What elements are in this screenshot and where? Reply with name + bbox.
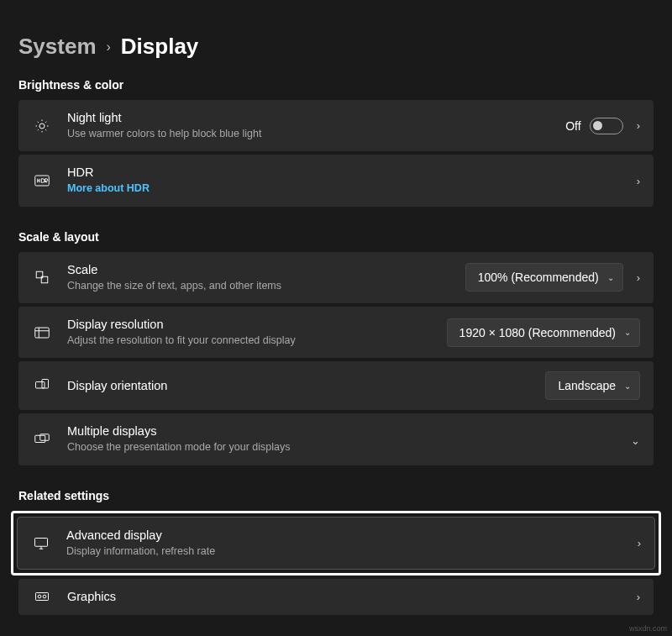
orientation-icon — [32, 378, 52, 393]
row-title: Scale — [67, 262, 465, 278]
chevron-right-icon: › — [637, 591, 640, 602]
svg-point-0 — [39, 124, 45, 129]
row-title: Multiple displays — [67, 423, 631, 439]
svg-point-11 — [38, 596, 41, 599]
advanced-display-highlight: Advanced display Display information, re… — [11, 511, 661, 576]
graphics-icon — [32, 591, 52, 602]
hdr-row[interactable]: HDR More about HDR › — [18, 155, 654, 206]
row-subtitle: Adjust the resolution to fit your connec… — [67, 334, 447, 349]
resolution-row[interactable]: Display resolution Adjust the resolution… — [18, 307, 654, 358]
row-title: Display orientation — [67, 378, 545, 394]
chevron-right-icon: › — [638, 538, 641, 549]
hdr-more-link[interactable]: More about HDR — [67, 181, 637, 197]
chevron-down-icon: ⌄ — [607, 273, 614, 282]
breadcrumb-parent[interactable]: System — [18, 34, 97, 60]
section-heading: Related settings — [18, 489, 654, 502]
svg-rect-5 — [36, 382, 45, 389]
dropdown-value: 1920 × 1080 (Recommended) — [459, 326, 616, 339]
section-brightness-color: Brightness & color Night light Use warme… — [18, 78, 654, 207]
section-heading: Brightness & color — [18, 78, 654, 92]
section-related-settings: Related settings Advanced display Displa… — [18, 489, 654, 615]
row-subtitle: Choose the presentation mode for your di… — [67, 440, 631, 455]
dropdown-value: Landscape — [558, 379, 616, 392]
chevron-down-icon: ⌄ — [624, 328, 631, 337]
night-light-toggle[interactable] — [590, 118, 623, 134]
orientation-row[interactable]: Display orientation Landscape ⌄ — [18, 361, 654, 410]
row-title: Graphics — [67, 589, 637, 605]
row-title: Night light — [67, 110, 565, 126]
monitor-icon — [31, 537, 51, 549]
row-title: HDR — [67, 165, 637, 181]
resolution-icon — [32, 327, 52, 339]
resolution-dropdown[interactable]: 1920 × 1080 (Recommended) ⌄ — [447, 318, 640, 347]
scale-icon — [32, 270, 52, 285]
chevron-right-icon: › — [637, 176, 640, 187]
page-title: Display — [121, 34, 199, 60]
row-title: Display resolution — [67, 317, 447, 333]
row-subtitle: Change the size of text, apps, and other… — [67, 279, 465, 294]
breadcrumb: System › Display — [18, 34, 654, 60]
multiple-displays-icon — [32, 434, 52, 446]
watermark: wsxdn.com — [629, 624, 667, 633]
chevron-right-icon: › — [107, 39, 111, 55]
svg-rect-4 — [35, 328, 50, 338]
svg-point-12 — [43, 596, 46, 599]
section-scale-layout: Scale & layout Scale Change the size of … — [18, 230, 654, 465]
night-light-icon — [32, 118, 52, 134]
night-light-row[interactable]: Night light Use warmer colors to help bl… — [18, 100, 654, 151]
graphics-row[interactable]: Graphics › — [18, 579, 654, 615]
row-title: Advanced display — [66, 528, 638, 544]
advanced-display-row[interactable]: Advanced display Display information, re… — [17, 517, 655, 570]
chevron-right-icon: › — [637, 272, 640, 283]
section-heading: Scale & layout — [18, 230, 654, 244]
dropdown-value: 100% (Recommended) — [478, 271, 599, 284]
orientation-dropdown[interactable]: Landscape ⌄ — [545, 371, 640, 400]
chevron-down-icon: ⌄ — [631, 435, 640, 446]
scale-row[interactable]: Scale Change the size of text, apps, and… — [18, 252, 654, 303]
hdr-icon — [32, 175, 52, 187]
svg-rect-6 — [42, 380, 49, 389]
svg-rect-1 — [35, 176, 50, 186]
toggle-state-label: Off — [565, 119, 580, 133]
svg-rect-9 — [35, 538, 48, 546]
row-subtitle: Display information, refresh rate — [66, 544, 638, 560]
row-subtitle: Use warmer colors to help block blue lig… — [67, 127, 565, 142]
scale-dropdown[interactable]: 100% (Recommended) ⌄ — [465, 263, 623, 292]
chevron-right-icon: › — [637, 120, 640, 131]
chevron-down-icon: ⌄ — [624, 381, 631, 391]
multiple-displays-row[interactable]: Multiple displays Choose the presentatio… — [18, 413, 654, 465]
